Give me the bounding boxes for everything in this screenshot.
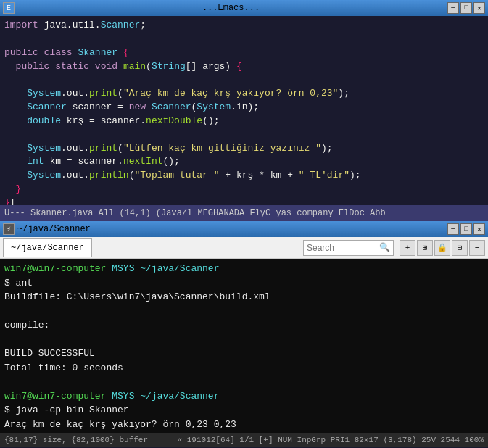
terminal-line-blank-1 bbox=[4, 304, 484, 319]
emacs-icon: E bbox=[3, 2, 15, 14]
split-icon[interactable]: ⊞ bbox=[417, 240, 433, 256]
emacs-maximize-btn[interactable]: □ bbox=[460, 2, 472, 14]
emacs-window: E ...Emacs... ─ □ ✕ import java.util.Sca… bbox=[0, 0, 488, 221]
code-line-3: public class Skanner { bbox=[4, 46, 484, 60]
terminal-minimize-btn[interactable]: ─ bbox=[447, 223, 459, 235]
code-line-12: System.out.println("Toplam tutar " + krş… bbox=[4, 169, 484, 183]
terminal-line-2: $ ant bbox=[4, 276, 484, 291]
terminal-toolbar: ~/java/Scanner 🔍 + ⊞ 🔒 ⊟ ≡ bbox=[0, 237, 488, 259]
terminal-line-5: BUILD SUCCESSFUL bbox=[4, 347, 484, 361]
terminal-line-9: Araç km de kaç krş yakıyor? örn 0,23 0,2… bbox=[4, 418, 484, 432]
code-line-7: Scanner scanner = new Scanner(System.in)… bbox=[4, 101, 484, 115]
terminal-icon: ⚡ bbox=[3, 223, 15, 235]
terminal-title: ~/java/Scanner bbox=[15, 224, 447, 234]
grid-icon[interactable]: ⊟ bbox=[452, 240, 468, 256]
terminal-line-7: win7@win7-computer MSYS ~/java/Scanner bbox=[4, 389, 484, 404]
code-line-blank-2 bbox=[4, 73, 484, 87]
terminal-line-blank-3 bbox=[4, 375, 484, 389]
terminal-line-1: win7@win7-computer MSYS ~/java/Scanner bbox=[4, 262, 484, 276]
emacs-title: ...Emacs... bbox=[15, 3, 447, 13]
terminal-line-8: $ java -cp bin Skanner bbox=[4, 403, 484, 418]
lock-icon[interactable]: 🔒 bbox=[434, 240, 450, 256]
code-line-8: double krş = scanner.nextDouble(); bbox=[4, 115, 484, 128]
terminal-titlebar: ⚡ ~/java/Scanner ─ □ ✕ bbox=[0, 221, 488, 237]
code-line-13: } bbox=[4, 183, 484, 196]
emacs-close-btn[interactable]: ✕ bbox=[473, 2, 485, 14]
terminal-maximize-btn[interactable]: □ bbox=[460, 223, 472, 235]
terminal-window: ⚡ ~/java/Scanner ─ □ ✕ ~/java/Scanner 🔍 … bbox=[0, 221, 488, 447]
terminal-toolbar-icons: + ⊞ 🔒 ⊟ ≡ bbox=[400, 240, 485, 256]
terminal-line-3: Buildfile: C:\Users\win7\java\Scanner\bu… bbox=[4, 290, 484, 304]
terminal-line-4: compile: bbox=[4, 318, 484, 333]
terminal-line-blank-2 bbox=[4, 333, 484, 347]
terminal-search-input[interactable] bbox=[307, 243, 379, 253]
terminal-status-mid: « 191012[64] 1/1 [+] NUM InpGrp PRI1 82x… bbox=[178, 436, 484, 444]
terminal-status-left: {81,17} size, {82,1000} buffer bbox=[4, 436, 148, 444]
emacs-status-text: U--- Skanner.java All (14,1) (Java/l MEG… bbox=[4, 208, 386, 218]
code-line-14: }| bbox=[4, 196, 484, 205]
code-line-11: int km = scanner.nextInt(); bbox=[4, 155, 484, 169]
terminal-line-6: Total time: 0 seconds bbox=[4, 361, 484, 376]
code-line-blank-1 bbox=[4, 33, 484, 46]
terminal-statusbar: {81,17} size, {82,1000} buffer « 191012[… bbox=[0, 433, 488, 447]
code-line-10: System.out.print("Lütfen kaç km gittiğin… bbox=[4, 142, 484, 156]
emacs-statusbar: U--- Skanner.java All (14,1) (Java/l MEG… bbox=[0, 205, 488, 221]
code-editor[interactable]: import java.util.Scanner; public class S… bbox=[0, 16, 488, 205]
terminal-window-controls: ─ □ ✕ bbox=[447, 223, 485, 235]
code-line-1: import java.util.Scanner; bbox=[4, 19, 484, 33]
terminal-search-box[interactable]: 🔍 bbox=[303, 240, 394, 256]
code-line-4: public static void main(String[] args) { bbox=[4, 60, 484, 74]
search-icon: 🔍 bbox=[379, 242, 390, 253]
terminal-close-btn[interactable]: ✕ bbox=[473, 223, 485, 235]
add-tab-icon[interactable]: + bbox=[400, 240, 415, 256]
emacs-minimize-btn[interactable]: ─ bbox=[447, 2, 459, 14]
code-line-blank-3 bbox=[4, 128, 484, 142]
terminal-tab[interactable]: ~/java/Scanner bbox=[3, 238, 92, 257]
code-line-6: System.out.print("Araç km de kaç krş yak… bbox=[4, 87, 484, 101]
emacs-titlebar: E ...Emacs... ─ □ ✕ bbox=[0, 0, 488, 16]
menu-icon[interactable]: ≡ bbox=[469, 240, 485, 256]
terminal-body[interactable]: win7@win7-computer MSYS ~/java/Scanner $… bbox=[0, 259, 488, 433]
emacs-window-controls: ─ □ ✕ bbox=[447, 2, 485, 14]
